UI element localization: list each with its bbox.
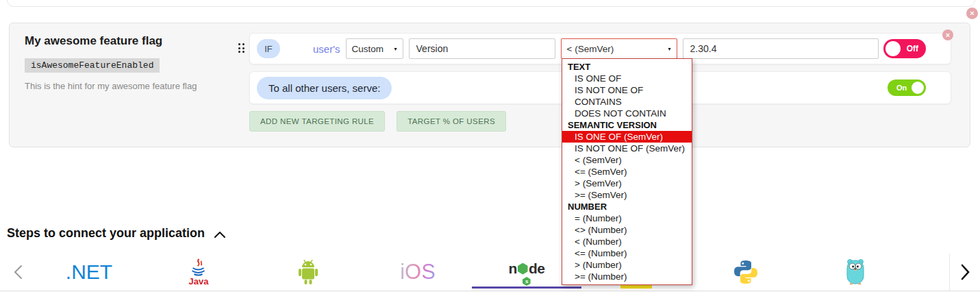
- dropdown-option[interactable]: < (Number): [562, 236, 692, 247]
- subject-label: user's: [313, 43, 340, 55]
- dropdown-group-semver: SEMANTIC VERSION: [562, 119, 692, 131]
- steps-heading: Steps to connect your application: [7, 226, 225, 241]
- comparator-dropdown: TEXT IS ONE OF IS NOT ONE OF CONTAINS DO…: [562, 58, 692, 285]
- flag-key-badge: isAwesomeFeatureEnabled: [25, 58, 160, 73]
- comparator-select[interactable]: < (SemVer) ▾: [561, 38, 677, 59]
- toggle-label: On: [896, 84, 907, 92]
- feature-flag-card: My awesome feature flag isAwesomeFeature…: [9, 23, 970, 147]
- dropdown-option[interactable]: IS NOT ONE OF: [562, 84, 692, 96]
- carousel-right-arrow[interactable]: [949, 254, 980, 291]
- dropdown-option[interactable]: IS ONE OF: [562, 73, 692, 84]
- java-logo-icon: Java: [189, 258, 209, 286]
- dropdown-option[interactable]: = (Number): [562, 212, 692, 224]
- node-hexagon-icon: [518, 263, 528, 275]
- dropdown-option[interactable]: >= (SemVer): [562, 189, 692, 201]
- dropdown-group-text: TEXT: [562, 61, 692, 73]
- dropdown-option[interactable]: >= (Number): [562, 271, 692, 282]
- toggle-knob: [885, 41, 901, 56]
- toggle-knob: [912, 82, 924, 94]
- chevron-down-icon: ▾: [394, 46, 397, 52]
- chevron-down-icon: ▾: [668, 46, 671, 52]
- attribute-select-value: Custom: [352, 44, 384, 54]
- flag-title: My awesome feature flag: [25, 34, 244, 48]
- dropdown-option[interactable]: < (SemVer): [562, 154, 692, 166]
- android-logo-icon: [297, 258, 320, 286]
- attribute-name-input[interactable]: [409, 38, 555, 59]
- comparison-value-input[interactable]: [683, 38, 879, 59]
- dropdown-group-number: NUMBER: [562, 201, 692, 212]
- sdk-tab-android[interactable]: [297, 254, 320, 291]
- target-percent-button[interactable]: TARGET % OF USERS: [397, 111, 506, 132]
- sdk-tab-dotnet[interactable]: .NET: [66, 254, 112, 291]
- attribute-select[interactable]: Custom ▾: [346, 38, 403, 59]
- drag-handle[interactable]: [238, 43, 245, 55]
- sdk-tab-java[interactable]: Java: [189, 254, 209, 291]
- dropdown-option[interactable]: IS NOT ONE OF (SemVer): [562, 143, 692, 154]
- comparator-select-value: < (SemVer): [567, 44, 614, 54]
- carousel-left-arrow-icon[interactable]: [14, 265, 23, 282]
- flag-hint: This is the hint for my awesome feature …: [25, 81, 244, 91]
- active-tab-underline: [472, 286, 581, 289]
- dropdown-option[interactable]: > (Number): [562, 259, 692, 271]
- toggle-label: Off: [907, 44, 918, 53]
- card-close-icon[interactable]: ×: [942, 29, 953, 40]
- carousel-right-arrow-icon: [961, 264, 970, 280]
- node-js-badge-icon: s: [523, 277, 531, 286]
- sdk-tab-go[interactable]: [846, 254, 865, 291]
- dropdown-option[interactable]: <> (Number): [562, 224, 692, 236]
- dropdown-option[interactable]: <= (SemVer): [562, 166, 692, 178]
- node-logo-icon: nde s: [509, 260, 545, 277]
- default-rule-label: To all other users, serve:: [257, 77, 392, 99]
- previous-card-edge: [7, 0, 975, 7]
- dropdown-option[interactable]: > (SemVer): [562, 178, 692, 189]
- dropdown-option-selected[interactable]: IS ONE OF (SemVer): [562, 131, 692, 143]
- dropdown-option[interactable]: DOES NOT CONTAIN: [562, 108, 692, 119]
- python-logo-icon: [733, 259, 759, 285]
- steps-heading-text: Steps to connect your application: [7, 226, 205, 241]
- dropdown-option[interactable]: <= (Number): [562, 247, 692, 259]
- page-close-icon[interactable]: ×: [966, 8, 978, 19]
- dropdown-option[interactable]: CONTAINS: [562, 96, 692, 108]
- sdk-carousel: .NET Java: [0, 254, 980, 291]
- ios-logo-icon: iOS: [400, 260, 436, 284]
- dotnet-logo-icon: .NET: [66, 260, 112, 284]
- flag-info: My awesome feature flag isAwesomeFeature…: [25, 34, 244, 91]
- default-serve-toggle[interactable]: On: [888, 80, 926, 96]
- sdk-tab-node[interactable]: nde s: [509, 254, 545, 291]
- rule-serve-toggle[interactable]: Off: [883, 39, 926, 58]
- go-gopher-logo-icon: [846, 257, 865, 287]
- rule-actions: ADD NEW TARGETING RULE TARGET % OF USERS: [249, 111, 506, 132]
- if-badge: IF: [257, 39, 280, 58]
- sdk-tab-ios[interactable]: iOS: [400, 254, 436, 291]
- sdk-tab-python[interactable]: [733, 254, 759, 291]
- collapse-chevron-up-icon[interactable]: [214, 232, 225, 238]
- add-targeting-rule-button[interactable]: ADD NEW TARGETING RULE: [249, 111, 385, 132]
